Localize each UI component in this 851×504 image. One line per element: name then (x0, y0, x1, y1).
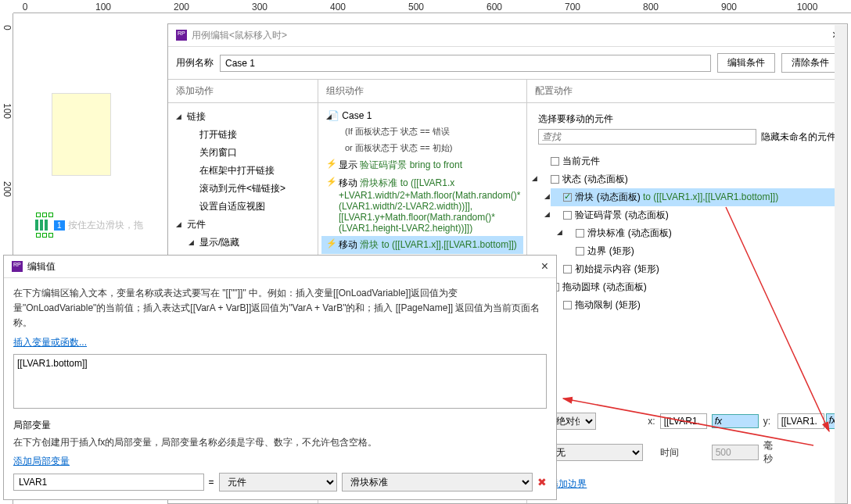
add-local-var-link[interactable]: 添加局部变量 (13, 455, 547, 468)
hide-unnamed-checkbox[interactable]: 隐藏未命名的元件 (761, 130, 836, 144)
edit-condition-button[interactable]: 编辑条件 (717, 53, 775, 73)
dialog-title: 用例编辑<鼠标移入时> (192, 29, 287, 42)
add-action-header: 添加动作 (168, 80, 318, 103)
fx-x-button[interactable]: fx (712, 414, 759, 428)
yellow-widget[interactable] (52, 93, 111, 176)
local-vars-header: 局部变量 (13, 419, 547, 432)
local-var-name-input[interactable] (13, 474, 204, 491)
edit-dialog-title: 编辑值 (27, 260, 56, 273)
note-badge: 1 (54, 220, 65, 231)
slider-widget[interactable]: 1 按住左边滑块，拖 (35, 212, 143, 238)
move-controls: 移动 绝对位 x: fx y: fx 动画 无 时间 毫秒 界限 添加边界 (527, 402, 847, 503)
local-var-type-select[interactable]: 元件 (219, 473, 338, 491)
close-icon[interactable]: × (541, 259, 548, 273)
time-input (712, 445, 759, 460)
app-icon (12, 261, 23, 272)
selected-action[interactable]: 移动 滑块 to ([[LVAR1.x]],[[LVAR1.bottom]]) (321, 236, 523, 254)
add-bounds-link[interactable]: 添加边界 (549, 477, 643, 491)
app-icon (176, 30, 187, 41)
slider-hint-text: 按住左边滑块，拖 (68, 219, 143, 232)
expression-textarea[interactable]: [[LVAR1.bottom]] (13, 354, 547, 409)
edit-value-dialog: 编辑值 × 在下方编辑区输入文本，变量名称或表达式要写在 "[[""]]" 中。… (3, 255, 557, 500)
move-x-input[interactable] (660, 413, 707, 429)
select-widget-label: 选择要移动的元件 (530, 108, 844, 129)
case-name-label: 用例名称 (176, 56, 214, 70)
scrollbar[interactable] (835, 25, 847, 503)
search-input[interactable] (538, 129, 756, 145)
widget-tree[interactable]: 当前元件 状态 (动态面板) 滑块 (动态面板) to ([[LVAR1.x]]… (530, 149, 844, 317)
local-var-target-select[interactable]: 滑块标准 (342, 473, 533, 491)
case-name-input[interactable] (220, 55, 711, 72)
organize-action-header: 组织动作 (318, 80, 526, 103)
animation-select[interactable]: 无 (549, 444, 643, 461)
clear-condition-button[interactable]: 清除条件 (781, 53, 839, 73)
edit-description: 在下方编辑区输入文本，变量名称或表达式要写在 "[[""]]" 中。例如：插入变… (13, 286, 547, 331)
local-vars-desc: 在下方创建用于插入fx的局部变量，局部变量名称必须是字母、数字，不允许包含空格。 (13, 435, 547, 450)
insert-variable-link[interactable]: 插入变量或函数... (13, 336, 547, 349)
delete-icon[interactable]: ✖ (537, 476, 547, 488)
move-y-input[interactable] (777, 413, 824, 429)
horizontal-ruler: 0 100 200 300 400 500 600 700 800 900 10… (13, 0, 851, 13)
configure-action-header: 配置动作 (527, 80, 847, 103)
